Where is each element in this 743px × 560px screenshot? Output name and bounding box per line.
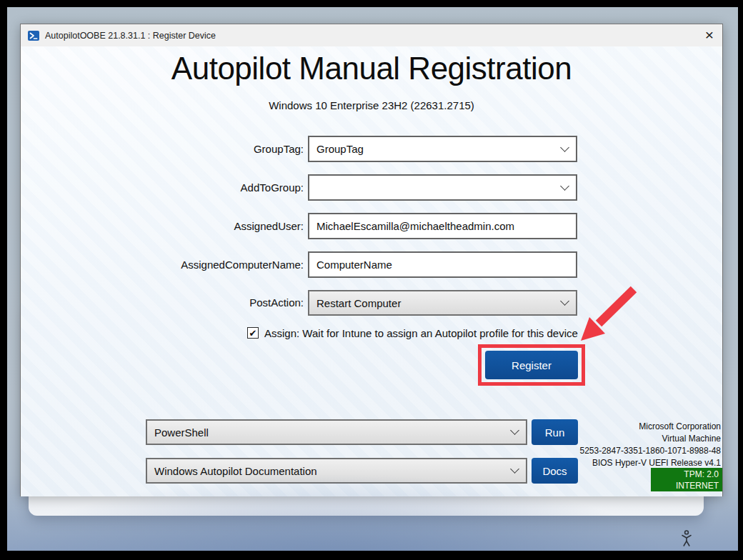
serial-number-text: 5253-2847-3351-1860-1071-8988-48	[492, 445, 721, 457]
assigneduser-field[interactable]	[308, 213, 577, 239]
script-dropdown[interactable]: PowerShell	[146, 419, 527, 445]
assignedcomputername-input[interactable]	[309, 253, 576, 276]
script-selected-value: PowerShell	[154, 421, 209, 444]
tpm-status: TPM: 2.0	[651, 469, 719, 480]
grouptag-combobox[interactable]	[308, 136, 577, 162]
addtogroup-row: AddToGroup:	[21, 174, 722, 201]
assigneduser-row: AssignedUser:	[21, 213, 722, 239]
grouptag-input[interactable]	[309, 137, 576, 161]
assign-checkbox[interactable]: ✔	[247, 327, 259, 339]
documentation-dropdown[interactable]: Windows Autopilot Documentation	[146, 458, 527, 484]
app-window: AutopilotOOBE 21.8.31.1 : Register Devic…	[20, 24, 723, 496]
grouptag-label: GroupTag:	[254, 136, 304, 162]
grouptag-row: GroupTag:	[21, 136, 722, 162]
network-status: INTERNET	[651, 480, 719, 491]
postaction-selected-value: Restart Computer	[316, 291, 401, 314]
screen: AutopilotOOBE 21.8.31.1 : Register Devic…	[0, 0, 743, 560]
assignedcomputername-field[interactable]	[308, 251, 577, 278]
title-bar[interactable]: AutopilotOOBE 21.8.31.1 : Register Devic…	[21, 24, 722, 46]
postaction-dropdown[interactable]: Restart Computer	[308, 290, 577, 316]
register-highlight-box: Register	[478, 344, 585, 386]
assigneduser-label: AssignedUser:	[234, 213, 304, 239]
accessibility-icon[interactable]	[679, 530, 694, 547]
postaction-label: PostAction:	[249, 290, 304, 316]
assign-checkbox-row: ✔ Assign: Wait for Intune to assign an A…	[247, 326, 578, 340]
register-button[interactable]: Register	[485, 351, 578, 379]
addtogroup-input[interactable]	[309, 176, 576, 199]
postaction-row: PostAction: Restart Computer	[21, 290, 722, 316]
window-content: Autopilot Manual Registration Windows 10…	[21, 46, 722, 496]
status-badge: TPM: 2.0 INTERNET	[651, 468, 722, 491]
page-title: Autopilot Manual Registration	[21, 51, 722, 86]
assign-checkbox-label: Assign: Wait for Intune to assign an Aut…	[264, 327, 578, 339]
addtogroup-combobox[interactable]	[308, 174, 577, 201]
chevron-down-icon[interactable]	[560, 296, 569, 306]
oobe-background: AutopilotOOBE 21.8.31.1 : Register Devic…	[7, 7, 738, 551]
assignedcomputername-label: AssignedComputerName:	[181, 251, 304, 278]
documentation-selected-value: Windows Autopilot Documentation	[154, 459, 317, 482]
os-version-subtitle: Windows 10 Enterprise 23H2 (22631.2715)	[21, 99, 722, 111]
bios-version-text: BIOS Hyper-V UEFI Release v4.1	[492, 457, 721, 469]
addtogroup-label: AddToGroup:	[241, 174, 304, 201]
assigneduser-input[interactable]	[309, 214, 576, 238]
manufacturer-text: Microsoft Corporation	[492, 421, 721, 433]
chevron-down-icon[interactable]	[510, 464, 519, 474]
powershell-icon	[28, 30, 39, 41]
close-icon[interactable]: ×	[705, 24, 714, 46]
system-info: Microsoft Corporation Virtual Machine 52…	[492, 421, 721, 469]
model-text: Virtual Machine	[492, 433, 721, 445]
checkmark-icon: ✔	[249, 329, 257, 338]
assignedcomputername-row: AssignedComputerName:	[21, 251, 722, 278]
window-title: AutopilotOOBE 21.8.31.1 : Register Devic…	[45, 31, 216, 41]
